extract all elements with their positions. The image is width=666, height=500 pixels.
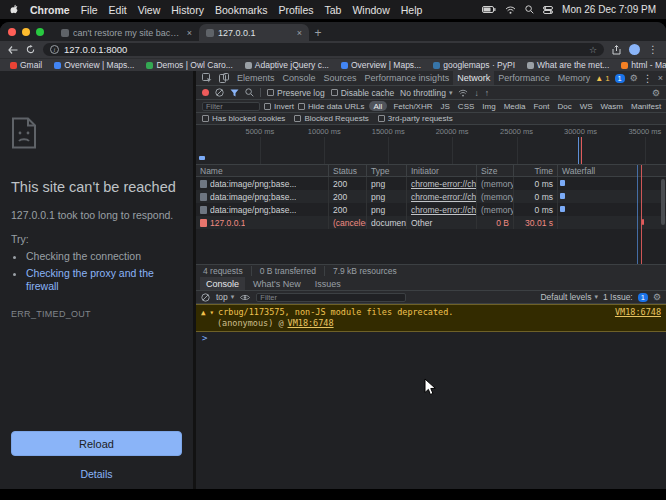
column-header[interactable]: Time <box>514 165 558 176</box>
menubar-app-name[interactable]: Chrome <box>30 4 70 16</box>
menubar-item[interactable]: Window <box>352 4 389 16</box>
blocked-filter-checkbox[interactable]: Blocked Requests <box>294 114 368 123</box>
menubar-item[interactable]: Help <box>401 4 423 16</box>
type-filter[interactable]: CSS <box>456 102 476 111</box>
devtools-settings-icon[interactable]: ⚙ <box>630 73 638 83</box>
type-filter[interactable]: Wasm <box>599 102 625 111</box>
close-window-button[interactable] <box>8 28 16 36</box>
type-filter[interactable]: Font <box>531 102 551 111</box>
apple-menu-icon[interactable] <box>10 4 19 15</box>
bookmark-item[interactable]: Gmail <box>10 60 42 70</box>
log-levels-select[interactable]: Default levels▾ <box>540 292 598 302</box>
column-header[interactable]: Type <box>367 165 407 176</box>
record-network-log-icon[interactable] <box>202 89 209 96</box>
back-icon[interactable] <box>8 46 18 54</box>
export-har-icon[interactable]: ↑ <box>485 88 489 98</box>
devtools-tab[interactable]: Console <box>279 71 320 85</box>
type-filter[interactable]: Doc <box>555 102 573 111</box>
bookmark-item[interactable]: Overview | Maps... <box>54 60 134 70</box>
search-icon[interactable] <box>525 5 534 14</box>
blocked-filter-checkbox[interactable]: Has blocked cookies <box>202 114 285 123</box>
menubar-item[interactable]: Profiles <box>278 4 313 16</box>
clear-console-icon[interactable] <box>201 293 210 302</box>
reload-button[interactable]: Reload <box>11 431 182 456</box>
control-center-icon[interactable] <box>543 6 553 14</box>
devtools-menu-icon[interactable]: ⋮ <box>643 73 653 84</box>
zoom-window-button[interactable] <box>36 28 44 36</box>
console-prompt[interactable]: > <box>196 332 666 344</box>
hide-data-urls-checkbox[interactable]: Hide data URLs <box>298 102 364 111</box>
column-header[interactable]: Initiator <box>407 165 477 176</box>
browser-tab-1[interactable]: can't restore my site back afte... × <box>54 24 199 41</box>
menubar-item[interactable]: Edit <box>109 4 127 16</box>
bookmark-item[interactable]: Overview | Maps... <box>341 60 421 70</box>
type-filter[interactable]: WS <box>578 102 595 111</box>
type-filter[interactable]: Fetch/XHR <box>391 102 434 111</box>
tab-close-icon[interactable]: × <box>297 28 302 38</box>
issue-badge[interactable]: 1 <box>615 74 625 83</box>
column-header[interactable]: Name <box>196 165 329 176</box>
devtools-tab[interactable]: Performance insights <box>361 71 454 85</box>
console-settings-icon[interactable]: ⚙ <box>653 292 661 302</box>
network-timeline-overview[interactable]: 5000 ms10000 ms15000 ms20000 ms25000 ms3… <box>196 125 666 165</box>
network-settings-icon[interactable]: ⚙ <box>652 88 660 98</box>
column-header[interactable]: Status <box>329 165 367 176</box>
blocked-filter-checkbox[interactable]: 3rd-party requests <box>378 114 453 123</box>
request-row[interactable]: 127.0.0.1 (canceled) document Other 0 B … <box>196 216 666 229</box>
column-header[interactable]: Waterfall <box>558 165 666 176</box>
console-warning-message[interactable]: ▲ ▾ crbug/1173575, non-JS module files d… <box>196 304 666 332</box>
battery-icon[interactable] <box>482 6 496 13</box>
network-search-icon[interactable] <box>245 88 254 97</box>
network-filter-input[interactable]: Filter <box>202 102 260 111</box>
browser-menu-icon[interactable]: ⋮ <box>648 44 658 55</box>
bookmark-item[interactable]: html - Make text u... <box>621 60 666 70</box>
new-tab-button[interactable]: + <box>309 24 327 41</box>
filter-toggle-icon[interactable] <box>230 89 239 97</box>
console-drawer-tab[interactable]: Console <box>200 277 245 290</box>
column-header[interactable]: Size <box>477 165 514 176</box>
menubar-item[interactable]: Bookmarks <box>215 4 268 16</box>
address-bar[interactable]: i 127.0.0.1:8000 ☆ <box>43 43 604 56</box>
issue-count-label[interactable]: 1 Issue: <box>603 292 633 302</box>
type-filter[interactable]: All <box>369 101 388 111</box>
request-row[interactable]: data:image/png;base... 200 png chrome-er… <box>196 177 666 190</box>
network-conditions-icon[interactable] <box>458 89 468 97</box>
menubar-item[interactable]: History <box>171 4 204 16</box>
bookmark-item[interactable]: googlemaps · PyPI <box>433 60 515 70</box>
bookmark-item[interactable]: Demos | Owl Caro... <box>146 60 232 70</box>
clear-network-log-icon[interactable] <box>215 88 224 97</box>
menubar-item[interactable]: View <box>138 4 161 16</box>
request-row[interactable]: data:image/png;base... 200 png chrome-er… <box>196 203 666 216</box>
preserve-log-checkbox[interactable]: Preserve log <box>267 88 325 98</box>
wifi-icon[interactable] <box>505 6 516 14</box>
minimize-window-button[interactable] <box>22 28 30 36</box>
devtools-tab[interactable]: Performance <box>494 71 554 85</box>
site-info-icon[interactable]: i <box>50 45 59 54</box>
devtools-close-icon[interactable]: × <box>658 73 663 83</box>
devtools-tab[interactable]: Sources <box>320 71 361 85</box>
request-row[interactable]: data:image/png;base... 200 png chrome-er… <box>196 190 666 203</box>
details-link[interactable]: Details <box>0 468 193 480</box>
bookmark-item[interactable]: Adaptive jQuery c... <box>245 60 329 70</box>
menubar-clock[interactable]: Mon 26 Dec 7:09 PM <box>562 4 656 15</box>
browser-tab-2[interactable]: 127.0.0.1 × <box>199 24 309 41</box>
console-drawer-tab[interactable]: What's New <box>247 277 307 290</box>
console-context-select[interactable]: top▾ <box>216 292 234 302</box>
console-drawer-tab[interactable]: Issues <box>309 277 347 290</box>
type-filter[interactable]: Img <box>480 102 497 111</box>
menubar-item[interactable]: Tab <box>324 4 341 16</box>
devtools-tab[interactable]: Elements <box>233 71 279 85</box>
table-scrollbar[interactable] <box>661 179 665 225</box>
menubar-item[interactable]: File <box>81 4 98 16</box>
disable-cache-checkbox[interactable]: Disable cache <box>331 88 394 98</box>
invert-checkbox[interactable]: Invert <box>264 102 294 111</box>
share-icon[interactable] <box>612 45 621 55</box>
issue-count-badge[interactable]: 1 <box>638 293 648 302</box>
warning-source-link[interactable]: VM18:6748 <box>615 307 661 317</box>
devtools-tab[interactable]: Network <box>453 71 494 85</box>
expand-triangle-icon[interactable]: ▾ <box>210 308 215 317</box>
bookmark-star-icon[interactable]: ☆ <box>589 45 597 55</box>
tab-close-icon[interactable]: × <box>187 28 192 38</box>
console-filter-input[interactable]: Filter <box>256 293 406 302</box>
type-filter[interactable]: JS <box>439 102 452 111</box>
